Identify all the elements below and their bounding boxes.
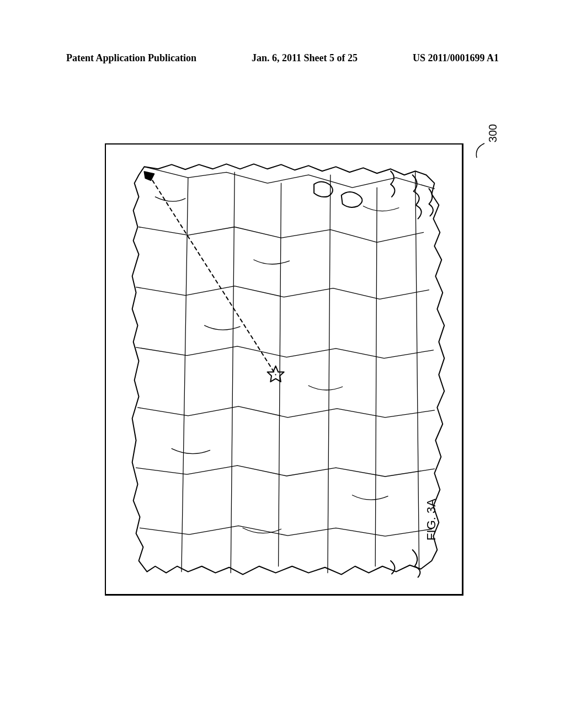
figure-label: FIG. 3A — [424, 499, 439, 540]
header-center: Jan. 6, 2011 Sheet 5 of 25 — [252, 52, 358, 64]
us-map-outline — [106, 144, 462, 594]
header-left: Patent Application Publication — [66, 52, 196, 64]
header-right: US 2011/0001699 A1 — [413, 52, 499, 64]
figure-frame — [105, 143, 463, 596]
reference-number-300: 300 — [487, 124, 499, 142]
page-header: Patent Application Publication Jan. 6, 2… — [66, 52, 499, 64]
reference-leader-line — [472, 142, 489, 159]
figure-container: 300 — [72, 121, 497, 618]
